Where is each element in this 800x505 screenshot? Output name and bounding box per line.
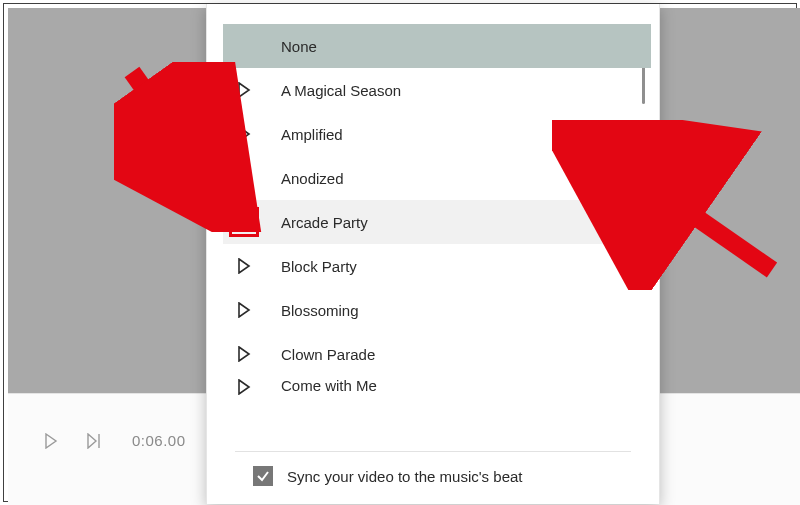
- music-list-item[interactable]: A Magical Season: [223, 68, 651, 112]
- svg-marker-6: [239, 215, 249, 229]
- music-list-item[interactable]: Come with Me: [223, 376, 651, 398]
- play-preview-icon[interactable]: [235, 125, 253, 143]
- music-list: NoneA Magical SeasonAmplifiedAnodizedArc…: [223, 24, 651, 398]
- svg-marker-0: [46, 434, 56, 448]
- music-item-label: Arcade Party: [281, 214, 368, 231]
- music-item-label: Anodized: [281, 170, 344, 187]
- music-list-item[interactable]: Clown Parade: [223, 332, 651, 376]
- svg-marker-10: [239, 380, 249, 394]
- play-preview-icon[interactable]: [235, 345, 253, 363]
- play-preview-icon[interactable]: [235, 378, 253, 396]
- music-list-item[interactable]: Amplified: [223, 112, 651, 156]
- sync-label: Sync your video to the music's beat: [287, 468, 522, 485]
- svg-marker-8: [239, 303, 249, 317]
- music-list-item[interactable]: Blossoming: [223, 288, 651, 332]
- play-preview-icon[interactable]: [235, 81, 253, 99]
- music-item-label: Come with Me: [281, 377, 377, 394]
- app-frame: 0:06.00 NoneA Magical SeasonAmplifiedAno…: [3, 3, 797, 502]
- music-list-item[interactable]: Anodized: [223, 156, 651, 200]
- sync-option-row[interactable]: Sync your video to the music's beat: [207, 452, 659, 504]
- play-preview-icon[interactable]: [235, 301, 253, 319]
- svg-marker-9: [239, 347, 249, 361]
- svg-marker-3: [239, 83, 249, 97]
- play-preview-icon[interactable]: [235, 257, 253, 275]
- music-dropdown-panel: NoneA Magical SeasonAmplifiedAnodizedArc…: [206, 4, 660, 504]
- play-preview-icon[interactable]: [235, 169, 253, 187]
- step-forward-icon[interactable]: [86, 433, 104, 449]
- svg-marker-4: [239, 127, 249, 141]
- music-item-label: Blossoming: [281, 302, 359, 319]
- svg-marker-1: [88, 434, 96, 448]
- music-list-item[interactable]: None: [223, 24, 651, 68]
- sync-checkbox[interactable]: [253, 466, 273, 486]
- music-item-label: Amplified: [281, 126, 343, 143]
- svg-marker-5: [239, 171, 249, 185]
- music-item-label: A Magical Season: [281, 82, 401, 99]
- play-preview-icon[interactable]: [229, 207, 259, 237]
- music-list-item[interactable]: Arcade Party: [223, 200, 651, 244]
- music-item-label: Clown Parade: [281, 346, 375, 363]
- music-item-label: Block Party: [281, 258, 357, 275]
- music-item-label: None: [281, 38, 317, 55]
- music-list-item[interactable]: Block Party: [223, 244, 651, 288]
- timecode: 0:06.00: [132, 432, 186, 449]
- svg-marker-7: [239, 259, 249, 273]
- play-icon[interactable]: [44, 433, 58, 449]
